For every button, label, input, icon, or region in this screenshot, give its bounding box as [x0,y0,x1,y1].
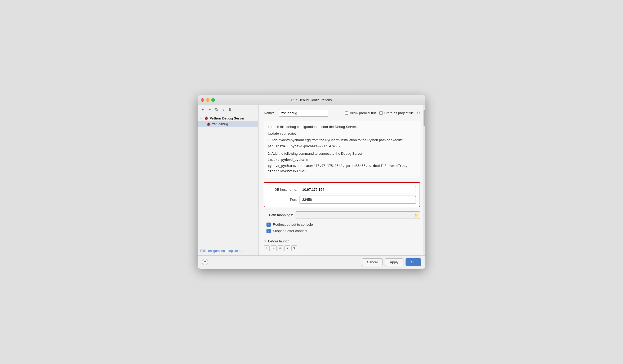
ide-host-input[interactable] [300,186,416,193]
name-label: Name: [264,111,276,115]
move-config-button[interactable]: ↕ [220,106,226,112]
add-config-button[interactable]: + [200,106,206,112]
sidebar-footer: Edit configuration templates... [198,246,258,255]
desc-step2-code2: pydevd_pycharm.settrace('10.97.175.154',… [268,163,416,174]
allow-parallel-label[interactable]: Allow parallel run [345,111,376,115]
before-launch-label: Before launch [268,239,289,243]
store-project-label[interactable]: Store as project file [379,111,414,115]
before-launch-toolbar: + − ✏ ▲ ▼ [264,245,420,251]
before-launch-header[interactable]: ▼ Before launch [264,239,420,243]
sort-config-button[interactable]: ⇅ [227,106,233,112]
help-button[interactable]: ? [202,259,208,265]
name-and-options-row: Name: Allow parallel run Store as projec… [264,109,420,117]
copy-config-button[interactable]: ⧉ [213,106,219,112]
path-mappings-row: Path mappings: 📁 [264,211,420,219]
config-content: Name: Allow parallel run Store as projec… [259,105,425,255]
redirect-output-checkbox[interactable]: ✓ [266,223,271,227]
ok-button[interactable]: OK [406,258,421,266]
before-launch-move-down-button[interactable]: ▼ [291,245,297,251]
checkmark-icon2: ✓ [268,229,270,233]
gear-icon[interactable]: ⚙ [417,111,420,115]
window-title: Run/Debug Configurations [291,98,332,102]
store-project-checkbox[interactable] [379,111,383,115]
debug-server-group-icon: 🐞 [204,116,208,120]
tree-group-label: Python Debug Server [210,116,244,120]
tree-item-zstudebug[interactable]: 🐞 zstudebug [198,121,258,127]
dialog-footer: ? Cancel Apply OK [198,255,425,269]
path-mappings-label: Path mappings: [264,213,293,217]
redirect-output-row: ✓ Redirect output to console [266,223,420,227]
before-launch-chevron-icon: ▼ [264,240,266,243]
remove-config-button[interactable]: − [207,106,212,112]
checkboxes-section: ✓ Redirect output to console ✓ Suspend a… [264,223,420,233]
highlighted-section: IDE host name: Port: [264,182,420,207]
port-input[interactable] [300,196,416,203]
port-row: Port: [268,196,416,203]
sidebar-toolbar: + − ⧉ ↕ ⇅ [198,105,258,114]
port-label: Port: [268,198,297,202]
edit-templates-link[interactable]: Edit configuration templates... [200,249,242,253]
maximize-button[interactable] [211,98,215,102]
allow-parallel-checkbox[interactable] [345,111,348,115]
desc-step1-code: pip install pydevd-pycharm~=212.4746.96 [268,144,416,149]
desc-step2-text: 2. Add the following command to connect … [268,151,416,157]
dialog-window: Run/Debug Configurations + − ⧉ ↕ ⇅ ▼ 🐞 P… [198,95,425,269]
suspend-after-checkbox[interactable]: ✓ [266,229,271,233]
desc-step1-text: 1. Add pydevd-pycharm.egg from the PyCha… [268,137,416,143]
path-mappings-browse-button[interactable]: 📁 [414,213,419,217]
before-launch-edit-button[interactable]: ✏ [278,245,283,251]
redirect-output-label: Redirect output to console [273,223,313,227]
close-button[interactable] [201,98,204,102]
desc-step2-code1: import pydevd_pycharm [268,157,416,163]
checkmark-icon: ✓ [268,223,270,226]
before-launch-add-button[interactable]: + [264,245,270,251]
traffic-lights [201,98,215,102]
apply-button[interactable]: Apply [385,258,404,266]
desc-line1: Launch this debug configuration to start… [268,124,416,130]
suspend-after-label: Suspend after connect [273,229,307,233]
config-panel-wrapper: Name: Allow parallel run Store as projec… [259,105,425,255]
path-mappings-input[interactable]: 📁 [296,211,420,219]
ide-host-row: IDE host name: [268,186,416,193]
tree-child-label: zstudebug [212,122,228,126]
scrollbar-thumb[interactable] [424,110,425,126]
desc-line2: Update your script: [268,131,416,136]
sidebar-tree: ▼ 🐞 Python Debug Server 🐞 zstudebug [198,114,258,246]
minimize-button[interactable] [206,98,210,102]
before-launch-divider [264,237,420,237]
sidebar: + − ⧉ ↕ ⇅ ▼ 🐞 Python Debug Server 🐞 zstu… [198,105,259,255]
main-content: + − ⧉ ↕ ⇅ ▼ 🐞 Python Debug Server 🐞 zstu… [198,105,425,255]
description-box: Launch this debug configuration to start… [264,121,420,178]
tree-group-python-debug-server[interactable]: ▼ 🐞 Python Debug Server [198,115,258,121]
footer-buttons: Cancel Apply OK [362,258,421,266]
debug-config-icon: 🐞 [206,122,211,126]
scrollbar-track[interactable] [423,105,425,255]
suspend-after-row: ✓ Suspend after connect [266,229,420,233]
before-launch-remove-button[interactable]: − [271,245,277,251]
ide-host-label: IDE host name: [268,188,297,192]
name-input[interactable] [279,109,328,117]
config-panel: Name: Allow parallel run Store as projec… [259,105,425,255]
cancel-button[interactable]: Cancel [362,258,382,266]
before-launch-section: ▼ Before launch + − ✏ ▲ ▼ [264,237,420,251]
chevron-icon: ▼ [200,117,203,120]
before-launch-move-up-button[interactable]: ▲ [284,245,290,251]
titlebar: Run/Debug Configurations [198,95,425,105]
